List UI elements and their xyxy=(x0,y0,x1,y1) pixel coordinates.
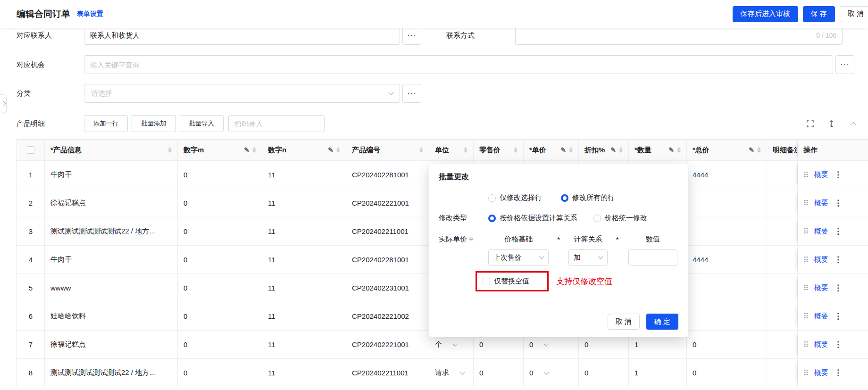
edit-column-icon[interactable]: ✎ xyxy=(244,146,250,154)
edit-column-icon[interactable]: ✎ xyxy=(328,146,334,154)
category-select[interactable]: 请选择 xyxy=(84,84,400,103)
row-summary-link[interactable]: 概要 xyxy=(814,199,828,207)
number-n-cell[interactable]: 11 xyxy=(262,331,346,359)
row-summary-link[interactable]: 概要 xyxy=(814,368,828,377)
add-row-button[interactable]: 添加一行 xyxy=(84,115,128,132)
edit-column-icon[interactable]: ✎ xyxy=(610,146,616,154)
product-cell[interactable]: 娃哈哈饮料 xyxy=(45,302,178,331)
row-summary-link[interactable]: 概要 xyxy=(814,283,828,292)
edit-column-icon[interactable]: ✎ xyxy=(560,146,566,154)
value-input[interactable] xyxy=(628,249,677,266)
row-summary-link[interactable]: 概要 xyxy=(814,170,828,179)
unit-price-cell[interactable]: 0 xyxy=(524,359,579,387)
sort-icon[interactable] xyxy=(677,147,681,153)
quantity-cell[interactable]: 1 xyxy=(629,359,687,387)
cancel-button[interactable]: 取 消 xyxy=(840,6,868,22)
drag-handle-icon[interactable]: ⠿ xyxy=(803,171,809,179)
number-n-cell[interactable]: 11 xyxy=(262,274,346,302)
drag-handle-icon[interactable]: ⠿ xyxy=(803,199,809,207)
radio-all-rows[interactable]: 修改所有的行 xyxy=(561,193,615,202)
radio-by-price-basis[interactable]: 按价格依据设置计算关系 xyxy=(488,214,577,223)
row-height-icon[interactable] xyxy=(827,119,836,128)
number-m-cell[interactable]: 0 xyxy=(178,274,262,302)
product-cell[interactable]: 牛肉干 xyxy=(45,246,178,274)
product-cell[interactable]: 牛肉干 xyxy=(45,161,178,189)
discount-cell[interactable]: 0 xyxy=(579,359,629,387)
price-select-chevron[interactable] xyxy=(544,369,549,374)
product-cell[interactable]: 测试测试测试测试测试22 / 地方... xyxy=(45,217,178,246)
number-m-cell[interactable]: 0 xyxy=(178,246,262,274)
total-price-cell[interactable]: 0 xyxy=(687,359,767,387)
opportunity-input[interactable] xyxy=(84,56,833,74)
number-n-cell[interactable]: 11 xyxy=(262,302,346,331)
price-select-chevron[interactable] xyxy=(544,341,549,346)
total-price-cell[interactable]: 4444 xyxy=(687,161,767,189)
detail-note-cell[interactable] xyxy=(767,302,798,331)
sort-icon[interactable] xyxy=(569,147,573,153)
number-n-cell[interactable]: 11 xyxy=(262,359,346,387)
row-more-icon[interactable]: ⋮ xyxy=(834,283,842,293)
sort-icon[interactable] xyxy=(252,147,256,153)
sort-icon[interactable] xyxy=(514,147,517,153)
number-m-cell[interactable]: 0 xyxy=(178,161,262,189)
unit-select-chevron[interactable] xyxy=(459,369,465,374)
sort-icon[interactable] xyxy=(757,147,761,153)
drag-handle-icon[interactable]: ⠿ xyxy=(803,369,809,377)
contact-more-button[interactable]: ··· xyxy=(402,26,421,45)
relation-select[interactable]: 加 xyxy=(568,249,608,266)
select-all-checkbox[interactable] xyxy=(27,146,34,154)
total-price-cell[interactable] xyxy=(687,274,767,302)
number-m-cell[interactable]: 0 xyxy=(178,359,262,387)
total-price-cell[interactable] xyxy=(687,217,767,246)
drag-handle-icon[interactable]: ⠿ xyxy=(803,312,809,321)
contact-input[interactable] xyxy=(84,26,400,44)
category-more-button[interactable]: ··· xyxy=(402,84,421,103)
save-and-review-button[interactable]: 保存后进入审核 xyxy=(733,6,798,22)
drag-handle-icon[interactable]: ⠿ xyxy=(803,284,809,292)
sort-icon[interactable] xyxy=(168,147,172,153)
row-summary-link[interactable]: 概要 xyxy=(814,340,828,349)
row-more-icon[interactable]: ⋮ xyxy=(834,311,842,321)
replace-empty-checkbox[interactable] xyxy=(483,278,490,285)
collapse-section-icon[interactable] xyxy=(849,119,858,128)
row-more-icon[interactable]: ⋮ xyxy=(834,340,842,349)
number-n-cell[interactable]: 11 xyxy=(262,161,346,189)
detail-note-cell[interactable] xyxy=(767,274,798,302)
price-basis-select[interactable]: 上次售价 xyxy=(488,249,549,266)
product-cell[interactable]: 测试测试测试测试测试22 / 地方... xyxy=(45,359,178,387)
sort-icon[interactable] xyxy=(336,147,340,153)
number-n-cell[interactable]: 11 xyxy=(262,217,346,246)
total-price-cell[interactable] xyxy=(687,302,767,331)
total-price-cell[interactable] xyxy=(687,189,767,217)
contact-method-input[interactable] xyxy=(516,26,842,44)
batch-add-button[interactable]: 批量添加 xyxy=(132,115,175,132)
dialog-cancel-button[interactable]: 取 消 xyxy=(608,314,640,330)
edit-column-icon[interactable]: ✎ xyxy=(749,146,754,154)
product-cell[interactable]: wwww xyxy=(45,274,178,302)
row-more-icon[interactable]: ⋮ xyxy=(834,198,842,208)
row-summary-link[interactable]: 概要 xyxy=(814,255,828,264)
scan-entry-input[interactable] xyxy=(229,116,324,132)
detail-note-cell[interactable] xyxy=(767,217,798,246)
drag-handle-icon[interactable]: ⠿ xyxy=(803,227,809,236)
number-n-cell[interactable]: 11 xyxy=(262,246,346,274)
unit-cell[interactable]: 请求 xyxy=(429,359,474,387)
total-price-cell[interactable]: 0 xyxy=(687,331,767,359)
sort-icon[interactable] xyxy=(619,147,623,153)
sort-icon[interactable] xyxy=(419,147,423,153)
number-m-cell[interactable]: 0 xyxy=(178,302,262,331)
edit-column-icon[interactable]: ✎ xyxy=(668,146,674,154)
dialog-ok-button[interactable]: 确 定 xyxy=(646,314,678,330)
number-m-cell[interactable]: 0 xyxy=(178,189,262,217)
sort-icon[interactable] xyxy=(464,147,467,153)
detail-note-cell[interactable] xyxy=(767,359,798,387)
drag-handle-icon[interactable]: ⠿ xyxy=(803,340,809,349)
batch-import-button[interactable]: 批量导入 xyxy=(180,115,224,132)
number-m-cell[interactable]: 0 xyxy=(178,217,262,246)
detail-note-cell[interactable] xyxy=(767,189,798,217)
row-more-icon[interactable]: ⋮ xyxy=(834,226,842,236)
fullscreen-icon[interactable] xyxy=(806,119,814,128)
unit-select-chevron[interactable] xyxy=(452,341,458,346)
detail-note-cell[interactable] xyxy=(767,331,798,359)
expand-left-panel-handle[interactable] xyxy=(0,94,7,113)
